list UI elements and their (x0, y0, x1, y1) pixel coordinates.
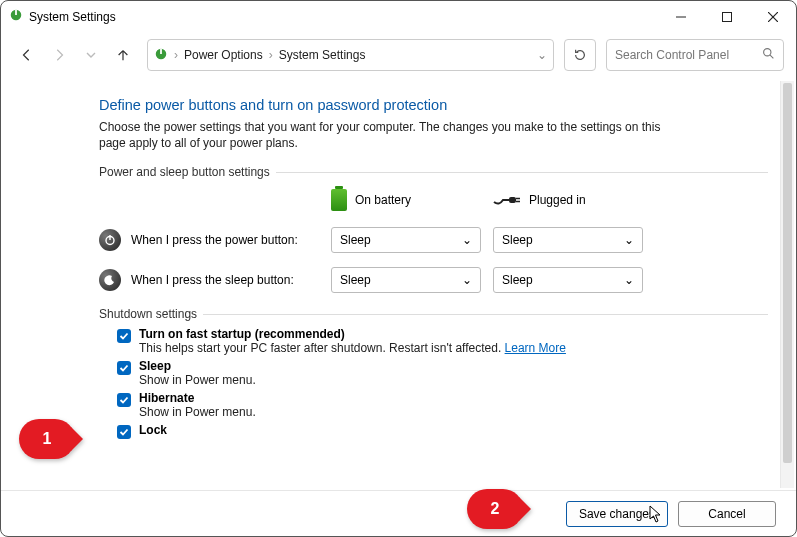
sleep-button-battery-select[interactable]: Sleep⌄ (331, 267, 481, 293)
titlebar: System Settings (1, 1, 796, 33)
annotation-callout-1: 1 (19, 419, 75, 459)
sleep-option: Sleep Show in Power menu. (117, 359, 768, 387)
back-button[interactable] (13, 41, 41, 69)
chevron-right-icon: › (174, 48, 178, 62)
svg-rect-3 (723, 13, 732, 22)
fast-startup-desc: This helps start your PC faster after sh… (139, 341, 566, 355)
fast-startup-option: Turn on fast startup (recommended) This … (117, 327, 768, 355)
maximize-button[interactable] (704, 1, 750, 33)
chevron-right-icon: › (269, 48, 273, 62)
moon-icon (99, 269, 121, 291)
power-button-label: When I press the power button: (131, 233, 298, 247)
svg-rect-10 (509, 197, 516, 203)
svg-line-9 (770, 55, 773, 58)
close-button[interactable] (750, 1, 796, 33)
chevron-down-icon[interactable]: ⌄ (537, 48, 547, 62)
lock-checkbox[interactable] (117, 425, 131, 439)
vertical-scrollbar[interactable] (780, 81, 794, 488)
chevron-down-icon: ⌄ (624, 273, 634, 287)
chevron-down-icon: ⌄ (462, 233, 472, 247)
cancel-button[interactable]: Cancel (678, 501, 776, 527)
page-heading: Define power buttons and turn on passwor… (99, 97, 768, 113)
up-button[interactable] (109, 41, 137, 69)
svg-rect-7 (160, 48, 162, 53)
svg-point-8 (764, 49, 771, 56)
learn-more-link[interactable]: Learn More (505, 341, 566, 355)
scrollbar-thumb[interactable] (783, 83, 792, 463)
minimize-button[interactable] (658, 1, 704, 33)
sleep-button-plugged-select[interactable]: Sleep⌄ (493, 267, 643, 293)
page-intro: Choose the power settings that you want … (99, 119, 679, 151)
power-button-battery-select[interactable]: Sleep⌄ (331, 227, 481, 253)
search-input[interactable]: Search Control Panel (606, 39, 784, 71)
power-sleep-section-label: Power and sleep button settings (99, 165, 768, 179)
hibernate-option: Hibernate Show in Power menu. (117, 391, 768, 419)
window-title: System Settings (29, 10, 116, 24)
system-settings-window: System Settings › Power Options › System… (0, 0, 797, 537)
chevron-down-icon: ⌄ (624, 233, 634, 247)
power-button-plugged-select[interactable]: Sleep⌄ (493, 227, 643, 253)
hibernate-title: Hibernate (139, 391, 256, 405)
annotation-callout-2: 2 (467, 489, 523, 529)
cursor-icon (649, 505, 663, 527)
power-icon (99, 229, 121, 251)
search-placeholder: Search Control Panel (615, 48, 762, 62)
nav-toolbar: › Power Options › System Settings ⌄ Sear… (1, 33, 796, 77)
sleep-button-label: When I press the sleep button: (131, 273, 294, 287)
plugged-in-header: Plugged in (493, 193, 655, 207)
search-icon (762, 47, 775, 63)
svg-rect-1 (15, 10, 17, 15)
address-bar[interactable]: › Power Options › System Settings ⌄ (147, 39, 554, 71)
forward-button[interactable] (45, 41, 73, 69)
app-icon (9, 8, 23, 26)
sleep-checkbox[interactable] (117, 361, 131, 375)
battery-icon (331, 189, 347, 211)
column-headers: On battery Plugged in (99, 185, 768, 221)
refresh-button[interactable] (564, 39, 596, 71)
fast-startup-checkbox[interactable] (117, 329, 131, 343)
sleep-button-row: When I press the sleep button: Sleep⌄ Sl… (99, 267, 768, 293)
fast-startup-title: Turn on fast startup (recommended) (139, 327, 566, 341)
shutdown-section-label: Shutdown settings (99, 307, 768, 321)
content-area: Define power buttons and turn on passwor… (1, 79, 796, 490)
chevron-down-icon: ⌄ (462, 273, 472, 287)
sleep-title: Sleep (139, 359, 256, 373)
power-button-row: When I press the power button: Sleep⌄ Sl… (99, 227, 768, 253)
recent-locations-button[interactable] (77, 41, 105, 69)
lock-option: Lock (117, 423, 768, 439)
lock-title: Lock (139, 423, 167, 437)
hibernate-desc: Show in Power menu. (139, 405, 256, 419)
footer-bar: Save changes Cancel (1, 490, 796, 536)
sleep-desc: Show in Power menu. (139, 373, 256, 387)
address-icon (154, 47, 168, 64)
breadcrumb-leaf[interactable]: System Settings (279, 48, 366, 62)
plug-icon (493, 194, 521, 206)
breadcrumb-root[interactable]: Power Options (184, 48, 263, 62)
hibernate-checkbox[interactable] (117, 393, 131, 407)
on-battery-header: On battery (331, 189, 493, 211)
